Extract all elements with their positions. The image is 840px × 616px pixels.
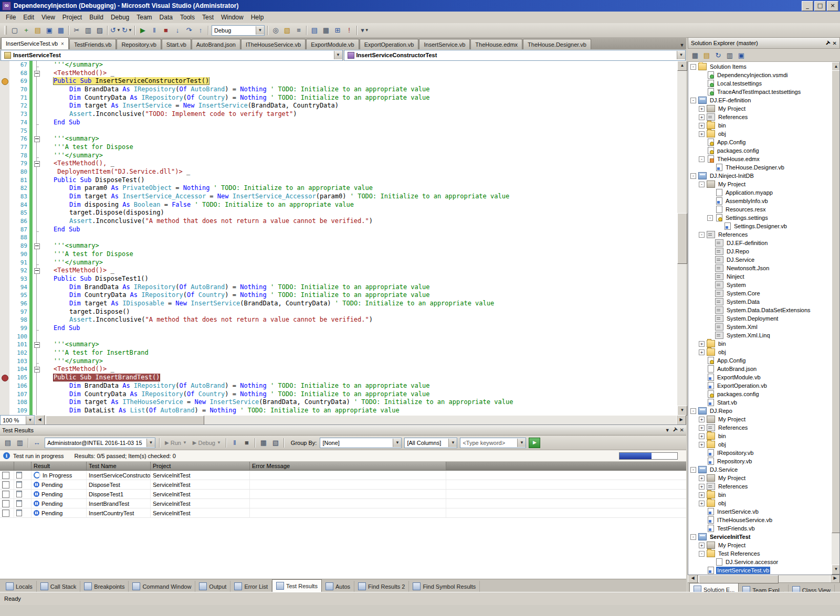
test-row-insertbrandtest[interactable]: PendingInsertBrandTestServiceInitTest — [0, 499, 686, 508]
breakpoint-margin[interactable] — [0, 86, 9, 94]
tree-item-ninject[interactable]: Ninject — [688, 272, 832, 281]
stop-debug-icon[interactable]: ■ — [160, 25, 172, 36]
tree-item-resources-resx[interactable]: Resources.resx — [688, 205, 832, 214]
doc-tab-autobrand-json[interactable]: AutoBrand.json — [192, 39, 240, 49]
show-all-files-icon[interactable]: ▤ — [701, 50, 712, 61]
breakpoint-margin[interactable] — [0, 160, 9, 168]
expand-icon[interactable]: + — [699, 475, 705, 481]
outlining-margin[interactable] — [33, 374, 40, 382]
tab-command-window[interactable]: Command Window — [129, 581, 195, 592]
collapse-region-icon[interactable] — [34, 342, 40, 348]
code-line-93[interactable]: 93Public Sub DisposeTest1() — [0, 275, 677, 283]
breakpoint-margin[interactable] — [0, 176, 9, 185]
tab-call-stack[interactable]: Call Stack — [37, 581, 81, 592]
menu-test[interactable]: Test — [198, 13, 217, 22]
tab-autos[interactable]: Autos — [322, 581, 354, 592]
outlining-margin[interactable] — [33, 143, 40, 152]
tree-item-testfriends-vb[interactable]: TestFriends.vb — [688, 524, 832, 533]
properties-icon[interactable]: ▦ — [689, 50, 701, 61]
outlining-margin[interactable] — [33, 275, 40, 283]
scrollbar-track[interactable] — [45, 416, 676, 424]
column-header-result[interactable]: Result — [32, 462, 87, 471]
breakpoint-margin[interactable] — [0, 242, 9, 250]
expand-icon[interactable]: + — [699, 106, 705, 112]
collapse-icon[interactable]: - — [707, 215, 713, 221]
run-button[interactable]: ▶ Run ▼ — [162, 438, 190, 448]
code-line-100[interactable]: 100 — [0, 333, 677, 341]
expand-icon[interactable]: + — [699, 114, 705, 120]
chevron-down-icon[interactable]: ▼ — [146, 439, 155, 447]
tree-item-dependencyinjection-vsmdi[interactable]: DependencyInjection.vsmdi — [688, 71, 832, 79]
break-all-icon[interactable]: ‖ — [149, 25, 160, 36]
collapse-icon[interactable]: - — [690, 467, 696, 473]
chevron-down-icon[interactable]: ▼ — [26, 416, 34, 424]
breakpoint-margin[interactable] — [0, 110, 9, 119]
row-checkbox[interactable] — [2, 491, 9, 498]
outlining-margin[interactable] — [33, 242, 40, 250]
outlining-margin[interactable] — [33, 193, 40, 201]
collapse-icon[interactable]: - — [690, 98, 696, 103]
code-line-67[interactable]: 67'''</summary> — [0, 61, 677, 69]
export-results-icon[interactable]: ▦ — [258, 437, 269, 448]
tree-item-exportoperation-vb[interactable]: ExportOperation.vb — [688, 381, 832, 390]
collapse-icon[interactable]: - — [699, 232, 705, 238]
breakpoint-margin[interactable] — [0, 61, 9, 69]
doc-tab-insertservice-vb[interactable]: InsertService.vb — [419, 39, 470, 49]
code-line-70[interactable]: 70Dim BrandData As IRepository(Of AutoBr… — [0, 86, 677, 94]
breakpoint-margin[interactable] — [0, 77, 9, 86]
outlining-margin[interactable] — [33, 226, 40, 234]
breakpoint-margin[interactable] — [0, 267, 9, 275]
code-line-92[interactable]: 92<TestMethod()> _ — [0, 267, 677, 275]
scroll-left-icon[interactable]: ◀ — [688, 575, 698, 583]
breakpoint-margin[interactable] — [0, 333, 9, 341]
view-code-icon[interactable]: ▥ — [724, 50, 736, 61]
outlining-margin[interactable] — [33, 217, 40, 226]
column-header-test-name[interactable]: Test Name — [87, 462, 151, 471]
outlining-margin[interactable] — [33, 233, 40, 242]
expand-icon[interactable]: + — [699, 123, 705, 129]
tree-item-bin[interactable]: +bin — [688, 339, 832, 348]
step-out-icon[interactable]: ↑ — [195, 25, 206, 36]
tree-item-system-deployment[interactable]: System.Deployment — [688, 314, 832, 323]
outlining-margin[interactable] — [33, 349, 40, 357]
paste-icon[interactable]: ▨ — [94, 25, 106, 36]
row-checkbox[interactable] — [2, 500, 9, 507]
doc-tab-repository-vb[interactable]: Repository.vb — [117, 39, 161, 49]
tree-item-system-xml[interactable]: System.Xml — [688, 323, 832, 331]
breakpoint-margin[interactable] — [0, 119, 9, 127]
expand-icon[interactable]: + — [699, 349, 705, 355]
tab-find-results-2[interactable]: Find Results 2 — [354, 581, 409, 592]
breakpoint-margin[interactable] — [0, 233, 9, 242]
solution-explorer-icon[interactable]: ▤ — [309, 25, 320, 36]
doc-tab-thehouse-designer-vb[interactable]: TheHouse.Designer.vb — [523, 39, 591, 49]
code-line-74[interactable]: 74End Sub — [0, 119, 677, 127]
code-line-91[interactable]: 91'''</summary> — [0, 259, 677, 267]
pin-icon[interactable]: T — [671, 427, 678, 433]
cut-icon[interactable]: ✂ — [71, 25, 82, 36]
tree-item-obj[interactable]: +obj — [688, 499, 832, 507]
tree-item-insertservicetest-vb[interactable]: InsertServiceTest.vb — [688, 566, 832, 575]
outlining-margin[interactable] — [33, 398, 40, 407]
test-run-dropdown[interactable]: Administrator@INTEL 2016-11-03 15 ▼ — [45, 438, 155, 448]
tree-item-test-references[interactable]: -Test References — [688, 549, 832, 558]
breakpoint-margin[interactable] — [0, 324, 9, 333]
outlining-margin[interactable] — [33, 127, 40, 135]
tree-item-insertservice-vb[interactable]: InsertService.vb — [688, 507, 832, 516]
doc-tab-insertservicetest-vb[interactable]: InsertServiceTest.vb× — [1, 37, 69, 49]
toolbar-options-icon[interactable]: ▾▼ — [359, 25, 371, 36]
doc-tab-ithehouseservice-vb[interactable]: ITheHouseService.vb — [241, 39, 306, 49]
tree-item-ithehouseservice-vb[interactable]: ITheHouseService.vb — [688, 516, 832, 524]
tree-item-repository-vb[interactable]: Repository.vb — [688, 457, 832, 465]
code-line-102[interactable]: 102'''A test for InsertBrand — [0, 349, 677, 357]
pin-icon[interactable]: T — [824, 40, 831, 47]
code-line-89[interactable]: 89'''<summary> — [0, 242, 677, 250]
solution-configuration-dropdown[interactable]: Debug▼ — [212, 25, 265, 36]
tree-item-references[interactable]: +References — [688, 423, 832, 432]
outlining-margin[interactable] — [33, 160, 40, 168]
code-line-83[interactable]: 83Dim target As InsertService_Accessor =… — [0, 193, 677, 201]
breakpoint-margin[interactable] — [0, 217, 9, 226]
test-checklist-icon[interactable]: ▥ — [14, 437, 26, 448]
code-line-104[interactable]: 104<TestMethod()> _ — [0, 365, 677, 374]
error-list-icon[interactable]: ! — [343, 25, 355, 36]
outlining-margin[interactable] — [33, 86, 40, 94]
